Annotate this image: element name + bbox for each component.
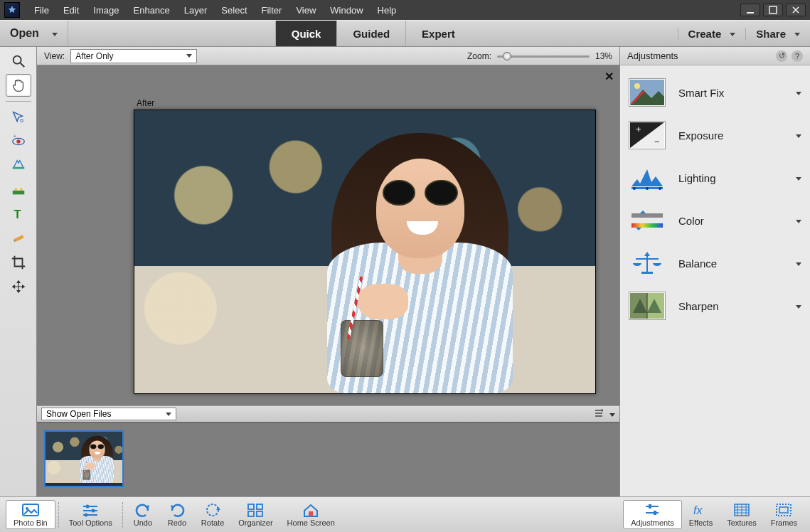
svg-line-3: [20, 63, 24, 68]
redo-button[interactable]: Redo: [160, 501, 194, 528]
svg-rect-53: [257, 504, 262, 509]
photo-bin-button[interactable]: Photo Bin: [6, 500, 55, 529]
menu-bar: File Edit Image Enhance Layer Select Fil…: [0, 0, 810, 20]
adjustment-smart-fix[interactable]: Smart Fix: [623, 71, 807, 114]
view-label: View:: [44, 51, 65, 61]
menu-select[interactable]: Select: [214, 2, 254, 18]
smart-fix-icon: [629, 78, 666, 107]
svg-rect-9: [12, 191, 24, 195]
svg-point-45: [92, 509, 95, 513]
button-label: Effects: [689, 518, 713, 527]
adjustment-lighting[interactable]: Lighting: [623, 156, 807, 199]
menu-file[interactable]: File: [27, 2, 56, 18]
svg-point-10: [14, 188, 17, 191]
adjustment-label: Color: [678, 215, 704, 227]
close-document-button[interactable]: ✕: [604, 70, 614, 83]
chevron-down-icon: [796, 260, 801, 267]
tool-redeye[interactable]: +: [6, 130, 31, 153]
panel-adjustments-button[interactable]: Adjustments: [623, 500, 682, 529]
tab-expert[interactable]: Expert: [405, 21, 471, 46]
adjustments-panel-title: Adjustments: [627, 50, 678, 61]
menu-edit[interactable]: Edit: [56, 2, 86, 18]
adjustment-label: Lighting: [678, 172, 716, 184]
chevron-down-icon: [166, 413, 171, 416]
chevron-down-icon: [52, 30, 58, 38]
menu-window[interactable]: Window: [323, 2, 370, 18]
mode-bar: Open Quick Guided Expert Create Share: [0, 20, 810, 47]
svg-point-4: [20, 119, 23, 122]
svg-rect-0: [747, 12, 754, 14]
app-logo: [4, 2, 20, 18]
chevron-down-icon: [796, 132, 801, 139]
open-menu-button[interactable]: Open: [0, 21, 68, 46]
adjustment-color[interactable]: Color: [623, 199, 807, 242]
adjustment-label: Exposure: [678, 129, 723, 142]
menu-view[interactable]: View: [289, 2, 323, 18]
view-dropdown-value: After Only: [75, 51, 113, 61]
tool-spot-heal[interactable]: [6, 227, 31, 250]
panel-frames-button[interactable]: Frames: [764, 501, 804, 528]
menu-filter[interactable]: Filter: [255, 2, 289, 18]
adjustment-exposure[interactable]: +− Exposure: [623, 114, 807, 156]
svg-rect-63: [777, 504, 791, 516]
svg-point-2: [13, 56, 21, 64]
canvas-area: ✕ After: [37, 65, 619, 405]
tab-guided[interactable]: Guided: [336, 21, 405, 46]
tool-options-button[interactable]: Tool Options: [62, 501, 119, 528]
window-minimize-button[interactable]: [740, 4, 760, 16]
adjustment-sharpen[interactable]: Sharpen: [623, 284, 807, 327]
svg-point-43: [86, 505, 90, 509]
panel-effects-button[interactable]: fx Effects: [682, 501, 720, 528]
create-menu-button[interactable]: Create: [678, 28, 746, 40]
share-menu-button[interactable]: Share: [745, 28, 810, 40]
view-dropdown[interactable]: After Only: [70, 49, 197, 63]
document-canvas[interactable]: [134, 110, 596, 394]
tab-quick[interactable]: Quick: [275, 21, 337, 46]
svg-rect-60: [654, 511, 656, 515]
menu-enhance[interactable]: Enhance: [127, 2, 177, 18]
photo-bin: [37, 422, 619, 496]
menu-layer[interactable]: Layer: [177, 2, 215, 18]
window-maximize-button[interactable]: [763, 4, 783, 16]
create-label: Create: [688, 28, 722, 40]
bin-filter-dropdown[interactable]: Show Open Files: [41, 408, 176, 420]
undo-button[interactable]: Undo: [126, 501, 160, 528]
organizer-button[interactable]: Organizer: [231, 501, 279, 528]
panel-textures-button[interactable]: Textures: [720, 501, 764, 528]
svg-rect-29: [632, 223, 663, 228]
svg-text:+: +: [13, 134, 16, 139]
button-label: Adjustments: [631, 518, 674, 527]
tool-quick-select[interactable]: [6, 106, 31, 129]
tool-crop[interactable]: [6, 251, 31, 274]
adjustment-balance[interactable]: Balance: [623, 242, 807, 284]
svg-point-24: [633, 187, 636, 190]
svg-rect-52: [248, 504, 254, 509]
tool-whiten-teeth[interactable]: [6, 154, 31, 177]
tool-text[interactable]: T: [6, 203, 31, 225]
chevron-down-icon: [796, 302, 801, 310]
tool-zoom[interactable]: [6, 50, 31, 73]
bin-filter-value: Show Open Files: [46, 409, 111, 419]
rotate-button[interactable]: Rotate: [194, 501, 231, 528]
reset-icon[interactable]: ↺: [776, 50, 787, 62]
zoom-slider[interactable]: [497, 51, 590, 61]
photo-thumbnail[interactable]: [44, 430, 124, 487]
photo-bin-bar: Show Open Files: [37, 405, 619, 422]
tool-hand[interactable]: [6, 74, 31, 97]
bin-collapse-icon[interactable]: [609, 409, 615, 419]
window-close-button[interactable]: [786, 4, 806, 16]
svg-point-26: [659, 187, 661, 190]
chevron-down-icon: [796, 217, 801, 225]
tool-move[interactable]: [6, 275, 31, 298]
bin-list-icon[interactable]: [594, 408, 604, 420]
svg-rect-27: [632, 213, 663, 218]
help-icon[interactable]: ?: [792, 50, 803, 62]
menu-image[interactable]: Image: [86, 2, 126, 18]
menu-help[interactable]: Help: [371, 2, 404, 18]
open-label: Open: [10, 27, 39, 40]
svg-rect-34: [641, 272, 653, 274]
svg-marker-33: [644, 252, 650, 256]
tool-straighten[interactable]: [6, 179, 31, 201]
home-screen-button[interactable]: Home Screen: [280, 501, 342, 528]
color-icon: [629, 206, 666, 235]
